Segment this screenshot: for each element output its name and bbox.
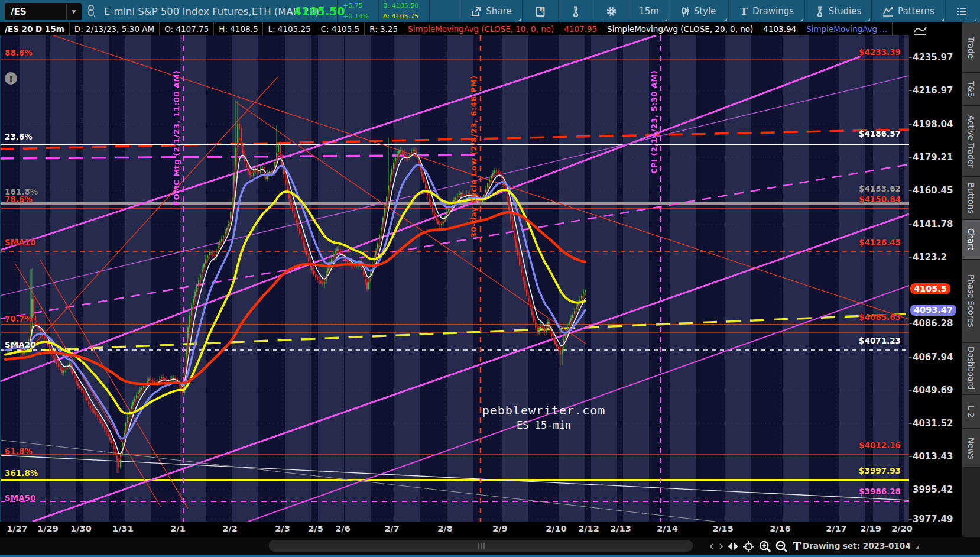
instrument-description: E-mini S&P 500 Index Futures,ETH (MAR 23… xyxy=(104,0,319,22)
status-segment[interactable]: 4107.95 xyxy=(559,22,602,35)
price-tick-label: 3977.49 xyxy=(913,514,953,524)
date-tick-label: 2/3 xyxy=(275,524,290,533)
status-segment[interactable]: H: 4108.5 xyxy=(214,22,263,35)
zoom-in-icon[interactable] xyxy=(758,539,772,553)
status-segment[interactable]: L: 4105.25 xyxy=(263,22,316,35)
date-tick-label: 2/8 xyxy=(437,524,452,533)
price-tick-label: 4067.94 xyxy=(913,352,953,362)
crosshair-tool-icon[interactable] xyxy=(741,539,755,553)
svg-text:T: T xyxy=(740,6,748,17)
price-tick-mark xyxy=(909,323,912,324)
tab-active-trader[interactable]: Active Trader xyxy=(962,106,980,177)
status-segment[interactable]: R: 3.25 xyxy=(365,22,403,35)
chart-canvas[interactable]: ! pebblewriter.com ES 15-min 88.6%23.6%1… xyxy=(0,35,909,522)
text-icon: T xyxy=(739,6,748,17)
symbol-dropdown-arrow-icon[interactable]: ▼ xyxy=(66,4,81,20)
submenu-corner-icon xyxy=(800,18,803,21)
date-tick-label: 2/5 xyxy=(308,524,323,533)
price-tick-label: 4198.04 xyxy=(913,119,953,129)
chart-mode-icon[interactable] xyxy=(913,24,928,37)
chart-scrollbar[interactable] xyxy=(269,540,693,552)
tab-l-2[interactable]: L 2 xyxy=(962,395,980,429)
tab-phase-scores[interactable]: Phase Scores xyxy=(962,260,980,343)
hamburger-icon xyxy=(956,7,967,16)
zoom-out-icon[interactable] xyxy=(774,539,788,553)
price-axis[interactable]: 4235.974216.974198.044179.214160.454141.… xyxy=(909,22,962,537)
submenu-corner-icon xyxy=(867,18,870,21)
patterns-icon xyxy=(882,6,894,17)
status-segment[interactable]: 4103.94 xyxy=(758,22,801,35)
current-price-badge: 4105.5 xyxy=(910,283,950,294)
tab-chart[interactable]: Chart xyxy=(962,220,980,260)
price-tick-mark xyxy=(909,456,912,457)
date-tick-label: 1/27 xyxy=(7,524,28,533)
warning-icon[interactable]: ! xyxy=(5,72,17,85)
date-tick-label: 2/17 xyxy=(826,524,847,533)
status-segment[interactable]: SimpleMovingAvg ... xyxy=(801,22,893,35)
button-label: Share xyxy=(486,6,511,17)
price-tick-mark xyxy=(909,490,912,490)
price-tick-mark xyxy=(909,519,912,520)
status-segment[interactable]: /ES 20 D 15m xyxy=(0,22,70,35)
status-segment[interactable]: SimpleMovingAvg (CLOSE, 20, 0, no) xyxy=(602,22,758,35)
status-segment[interactable]: O: 4107.75 xyxy=(160,22,214,35)
status-segment[interactable]: SimpleMovingAvg (CLOSE, 10, 0, no) xyxy=(403,22,559,35)
price-tick-mark xyxy=(909,190,912,191)
drawing-set-label: Drawing set: 2023-0104 xyxy=(803,541,911,550)
bid-value: B: 4105.50 xyxy=(383,2,418,10)
tab-news[interactable]: News xyxy=(962,429,980,468)
drawings-button[interactable]: TDrawings xyxy=(728,0,804,22)
share-button[interactable]: Share xyxy=(460,0,522,22)
style-button[interactable]: Style xyxy=(669,0,728,22)
price-tick-mark xyxy=(909,157,912,158)
status-segment[interactable]: D: 2/13/23, 5:30 AM xyxy=(70,22,160,35)
note-icon: i xyxy=(536,6,546,17)
price-tick-mark xyxy=(909,57,912,58)
link-icon[interactable] xyxy=(86,5,96,18)
time-axis[interactable]: 1/271/291/301/312/12/22/32/52/62/72/82/9… xyxy=(0,522,909,537)
auto-scroll-icon[interactable] xyxy=(726,539,740,553)
tab-trade[interactable]: Trade xyxy=(962,22,980,73)
date-tick-label: 2/2 xyxy=(222,524,237,533)
timeframe-button[interactable]: 15m xyxy=(629,0,669,22)
symbol-input[interactable]: /ES ▼ xyxy=(5,3,82,20)
submenu-corner-icon xyxy=(941,18,944,21)
drawing-set-selector[interactable]: Drawing set: 2023-0104 xyxy=(803,541,919,550)
tab-t-s[interactable]: T&S xyxy=(962,73,980,106)
price-tick-mark xyxy=(909,423,912,424)
status-segment[interactable]: C: 4105.5 xyxy=(316,22,365,35)
chart-left-edge xyxy=(0,35,1,522)
analyze-button[interactable] xyxy=(558,0,593,22)
price-tick-mark xyxy=(909,124,912,125)
main-menu-button[interactable] xyxy=(945,0,978,22)
share-icon xyxy=(470,6,482,17)
button-label: Patterns xyxy=(898,6,934,17)
date-tick-label: 2/15 xyxy=(712,524,734,533)
date-tick-label: 2/16 xyxy=(770,524,791,533)
tab-dashboard[interactable]: Dashboard xyxy=(962,343,980,395)
text-note-tool-icon[interactable]: T xyxy=(790,539,804,553)
tab-buttons[interactable]: Buttons xyxy=(962,177,980,220)
right-tab-strip: TradeT&SActive TraderButtonsChartPhase S… xyxy=(962,22,980,557)
toolbar-divider xyxy=(337,0,338,22)
date-tick-label: 2/13 xyxy=(610,524,631,533)
price-tick-label: 4160.45 xyxy=(913,185,953,196)
candle-icon xyxy=(682,6,690,17)
drawing-set-expand-icon xyxy=(916,545,919,549)
quick-quote-button[interactable]: i xyxy=(522,0,558,22)
price-tick-label: 4013.43 xyxy=(913,451,953,462)
date-tick-label: 1/29 xyxy=(37,524,59,533)
change-stack: +5.75 +0.14% xyxy=(343,2,369,21)
scrollbar-grip-icon xyxy=(478,543,485,549)
button-label: 15m xyxy=(639,6,659,17)
toolbar-divider xyxy=(429,0,430,22)
svg-text:i: i xyxy=(541,7,542,12)
bottom-toolbar: T Drawing set: 2023-0104 xyxy=(0,537,980,555)
date-tick-label: 2/6 xyxy=(335,524,350,533)
toolbar-divider xyxy=(378,0,379,22)
symbol-value: /ES xyxy=(5,7,66,17)
studies-button[interactable]: Studies xyxy=(804,0,871,22)
settings-button[interactable] xyxy=(593,0,629,22)
price-tick-mark xyxy=(909,357,912,358)
patterns-button[interactable]: Patterns xyxy=(871,0,945,22)
